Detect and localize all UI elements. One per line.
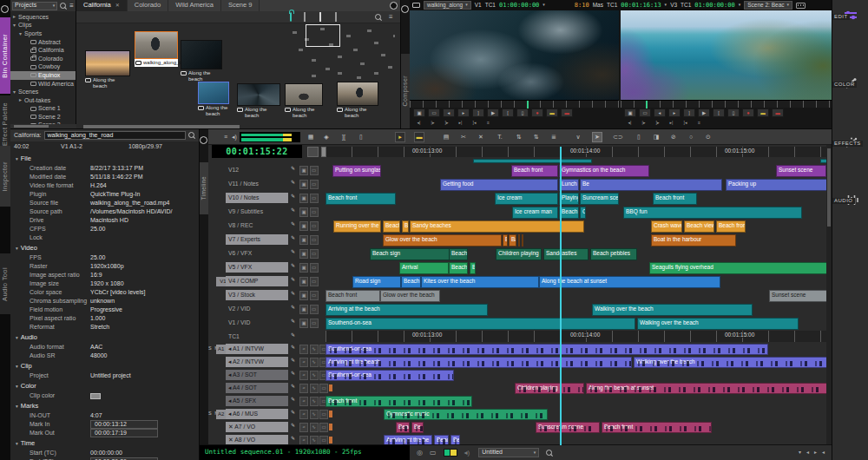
bin-tab-scene-9[interactable]: Scene 9 (221, 0, 260, 11)
tree-item-out-takes[interactable]: ▸Out-takes (10, 96, 76, 105)
toggle-button[interactable]: ▣ (299, 263, 308, 273)
toggle-button[interactable]: ∿ (310, 436, 319, 445)
text-tool-icon[interactable]: T. (495, 132, 505, 142)
clip-lunch[interactable]: Lunch (559, 179, 579, 191)
step-forward-button[interactable]: ▸ (457, 108, 470, 117)
timeline-ruler[interactable]: 00:01:13:0000:01:14:0000:01:15:00 (326, 331, 832, 342)
toggle-button[interactable]: ∿ (310, 371, 319, 380)
bin-tab-california[interactable]: California✕ (76, 0, 128, 11)
tree-item-colorado[interactable]: Colorado (10, 55, 76, 63)
clip-beach-sign[interactable]: Beach sign (370, 248, 450, 260)
inspector-search-icon[interactable] (188, 132, 195, 139)
track-selector-a5-sfx[interactable]: ◂ A5 / SFX (226, 396, 288, 406)
match-frame-button[interactable]: ▣ (413, 108, 425, 117)
speaker-icon[interactable]: ◂) (229, 132, 240, 142)
toggle-button[interactable]: ▭ (310, 291, 319, 300)
bin-tab-colorado[interactable]: Colorado (128, 0, 168, 11)
toggle-button[interactable]: ▣ (299, 166, 308, 175)
pencil-icon[interactable]: ✎ (291, 384, 295, 390)
clip-beach[interactable]: Beach (401, 276, 421, 288)
clip-be[interactable]: Be (411, 422, 424, 433)
bin-clip-along-the-beach[interactable]: Along the beach (285, 83, 323, 119)
toggle-button[interactable]: ≈ (299, 410, 308, 419)
list-view-icon[interactable] (335, 13, 337, 21)
workspace-audio[interactable]: AUDIO (832, 194, 868, 207)
clip-playing[interactable]: Playing (559, 193, 579, 205)
clip-kites-over-the-beach[interactable]: Kites over the beach (421, 276, 539, 288)
bin-clip-walking-along-the-road[interactable]: walking_along_the_road (135, 31, 178, 67)
slip-icon[interactable]: ⊘ (668, 132, 679, 142)
workspace-edit[interactable]: EDIT (832, 10, 868, 22)
track-selector-v1-vid[interactable]: V1 / VID (226, 318, 288, 328)
source-timecode[interactable]: 01:00:00:00 (499, 2, 539, 9)
track-selector-a7-vo[interactable]: ✕ A7 / VO (226, 422, 288, 432)
record-monitor[interactable] (621, 10, 832, 100)
go-to-out-button[interactable]: ]▸ (652, 120, 663, 127)
prev-clip-button[interactable]: ◂| (624, 120, 635, 127)
timeline-scrollbar[interactable] (826, 145, 832, 444)
mark-out-button[interactable]: ] (472, 108, 484, 117)
play-in-out-button[interactable]: ▯ (727, 108, 740, 117)
track-selector-v12[interactable]: V12 (226, 165, 288, 175)
clip-b[interactable]: B (503, 234, 508, 246)
toggle-button[interactable]: ≈ (299, 423, 308, 432)
mark-out-button[interactable]: ] (683, 108, 695, 117)
tab-effect-palette[interactable]: Effect Palette (0, 95, 10, 153)
toggle-button[interactable]: ▣ (299, 221, 308, 231)
link-icon[interactable]: ⊂⊃ (613, 132, 623, 142)
clip-segment[interactable] (522, 234, 523, 246)
step-backward-button[interactable]: ◂ (654, 108, 666, 117)
track-selector-a2-intvw[interactable]: ◂ A2 / INTVW (226, 357, 288, 367)
search-icon[interactable] (60, 3, 67, 10)
timeline-ruler[interactable]: 00:01:13:0000:01:14:0000:01:15:00 (326, 147, 832, 157)
tree-item-equinox[interactable]: Equinox (10, 71, 76, 80)
marker-menu-icon[interactable]: ∨ (573, 132, 583, 142)
toggle-button[interactable]: ▣ (299, 180, 308, 189)
track-selector-v2-vid[interactable]: V2 / VID (226, 304, 288, 314)
go-to-in-button[interactable]: ]◂ (680, 120, 691, 127)
toggle-button[interactable]: ≈ (299, 345, 308, 354)
clip-walking-over-the-beach[interactable]: Walking over the beach (634, 357, 828, 368)
mark-in-button[interactable]: [ (713, 108, 725, 117)
bin-clip-along-the-beach[interactable]: Along the beach (85, 50, 130, 89)
clip-beach-front[interactable]: Beach front (653, 193, 697, 205)
workspace-color[interactable]: COLOR (832, 78, 868, 91)
play-button[interactable]: ▶ (698, 108, 710, 117)
toggle-button[interactable]: ▭ (310, 180, 319, 189)
next-edit-button[interactable]: ▸| (666, 120, 677, 127)
pencil-icon[interactable]: ✎ (291, 423, 295, 429)
pencil-icon[interactable]: ✎ (291, 180, 295, 186)
toggle-button[interactable]: ▭ (310, 235, 319, 245)
pencil-icon[interactable]: ✎ (291, 263, 295, 269)
bin-clip-along-the-beach[interactable]: Along the beach (337, 82, 378, 119)
step-list-button[interactable]: ≡ (483, 120, 494, 127)
clip-beach-front[interactable]: Beach front (716, 220, 746, 233)
clip-be[interactable]: Be (470, 262, 476, 274)
clip-along-the-beach-at-sunset[interactable]: Along the beach at sunset (539, 276, 720, 288)
lift-icon[interactable]: ▤ (441, 132, 451, 142)
toggle-button[interactable]: ▭ (310, 305, 319, 314)
step-forward-button[interactable]: ▸ (668, 108, 681, 117)
clip-glow-over-the-beach[interactable]: Glow over the beach (383, 234, 502, 246)
source-scrub-bar[interactable] (410, 100, 619, 108)
workspace-effects[interactable]: EFFECTS (832, 137, 868, 150)
clip-packing-up[interactable]: Packing up (726, 179, 829, 191)
sync-icon[interactable]: ▯ (356, 132, 366, 142)
tab-composer[interactable]: Composer (401, 54, 410, 128)
stairs-icon[interactable]: ≣ (549, 132, 559, 142)
frame-view-icon[interactable] (304, 13, 306, 21)
clip-be[interactable]: Be (402, 220, 409, 233)
section-header-color[interactable]: ▾Color (10, 382, 199, 391)
toggle-button[interactable]: ∿ (310, 410, 319, 419)
focus-icon[interactable]: ◎ (417, 449, 423, 457)
section-header-video[interactable]: ▾Video (10, 244, 199, 253)
circle-icon[interactable]: ○ (686, 132, 696, 142)
clip-walking-over-the-beach[interactable]: Walking over the beach (637, 318, 799, 330)
mark-in-button[interactable]: [ (502, 108, 514, 117)
toggle-button[interactable]: ≈ (299, 436, 308, 445)
next-edit-button[interactable]: ▸| (455, 120, 466, 127)
playhead[interactable] (560, 147, 562, 445)
toggle-button[interactable]: ≈ (299, 371, 308, 380)
property-value[interactable]: 00:00:17:19 (90, 429, 158, 437)
clip-southend-on-sea[interactable]: Southend-on-sea (326, 370, 454, 381)
